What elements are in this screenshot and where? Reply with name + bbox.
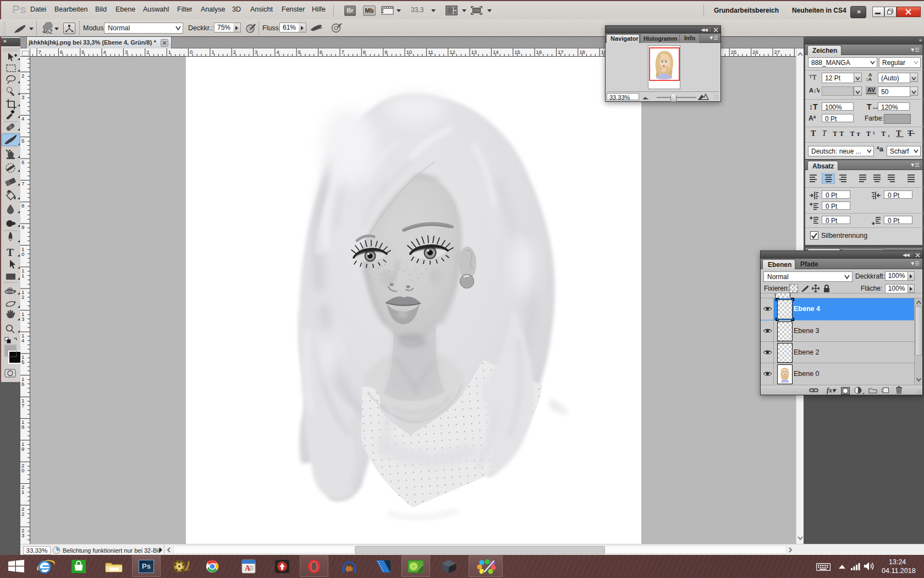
svg-text:2: 2: [146, 49, 149, 55]
svg-text:4: 4: [21, 337, 24, 343]
svg-text:4: 4: [103, 49, 106, 55]
svg-text:0: 0: [21, 467, 24, 473]
svg-text:2: 2: [21, 511, 24, 517]
svg-text:13: 13: [471, 49, 477, 55]
svg-text:27: 27: [774, 49, 780, 55]
svg-text:9: 9: [384, 49, 387, 55]
svg-text:1: 1: [21, 489, 24, 495]
svg-text:3: 3: [255, 49, 257, 55]
svg-text:2: 2: [233, 49, 236, 55]
svg-text:14: 14: [493, 49, 499, 55]
svg-text:6: 6: [60, 49, 63, 55]
svg-text:25: 25: [731, 49, 737, 55]
svg-text:2: 2: [21, 73, 24, 79]
svg-text:0: 0: [190, 49, 193, 55]
svg-text:1: 1: [168, 49, 171, 55]
svg-text:1: 1: [21, 272, 24, 279]
svg-text:7: 7: [21, 181, 24, 187]
svg-text:5: 5: [21, 138, 24, 144]
svg-text:6: 6: [21, 159, 24, 165]
svg-text:8: 8: [21, 203, 24, 209]
svg-text:3: 3: [21, 94, 24, 100]
svg-text:3: 3: [21, 316, 24, 322]
svg-text:16: 16: [536, 49, 542, 55]
svg-text:10: 10: [406, 49, 413, 55]
svg-text:26: 26: [752, 49, 758, 55]
svg-text:↕A: ↕A: [866, 77, 872, 82]
svg-text:5: 5: [81, 49, 84, 55]
svg-text:3: 3: [125, 49, 128, 55]
svg-text:9: 9: [21, 224, 24, 230]
svg-text:7: 7: [38, 49, 41, 55]
svg-text:5: 5: [21, 359, 24, 365]
svg-text:12: 12: [449, 49, 455, 55]
svg-text:11: 11: [428, 49, 433, 55]
svg-text:1: 1: [211, 49, 214, 55]
svg-text:8: 8: [21, 424, 24, 430]
svg-text:6: 6: [21, 381, 24, 387]
svg-text:9: 9: [21, 446, 24, 452]
svg-text:17: 17: [558, 49, 564, 55]
svg-text:2: 2: [21, 294, 24, 300]
svg-text:T: T: [7, 247, 14, 258]
svg-text:4: 4: [21, 116, 24, 122]
svg-text:18: 18: [579, 49, 585, 55]
svg-text:0: 0: [21, 251, 24, 257]
svg-text:7: 7: [342, 49, 344, 55]
svg-text:A↕V: A↕V: [809, 87, 820, 94]
svg-text:8: 8: [363, 49, 366, 55]
svg-text:3: 3: [21, 532, 24, 538]
svg-text:6: 6: [320, 49, 322, 55]
svg-text:5: 5: [298, 49, 301, 55]
svg-text:7: 7: [21, 402, 24, 408]
svg-text:15: 15: [514, 49, 520, 55]
svg-text:4: 4: [276, 49, 279, 55]
